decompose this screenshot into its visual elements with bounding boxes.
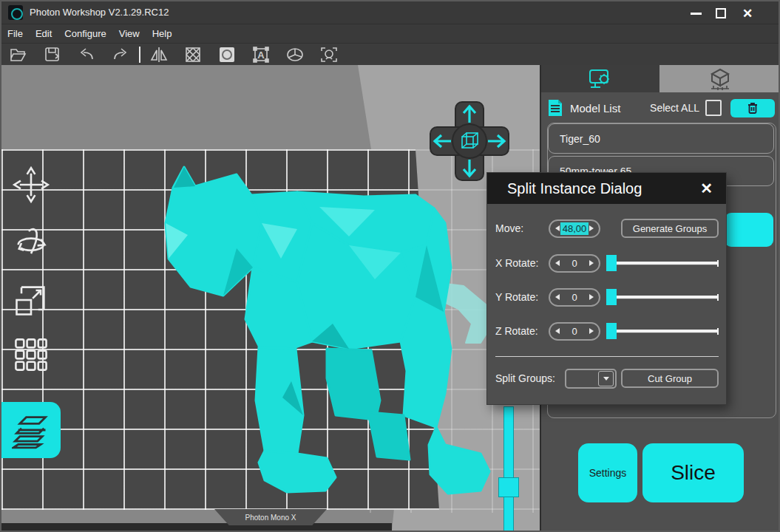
layer-slider-track[interactable]: [503, 406, 514, 531]
x-rotate-row: X Rotate: 0: [487, 253, 726, 273]
menu-view[interactable]: View: [119, 28, 140, 39]
text-icon[interactable]: A: [244, 44, 278, 65]
toolbar: A: [1, 44, 779, 66]
mirror-icon[interactable]: [142, 44, 176, 65]
viewport-3d[interactable]: Photon Mono X: [1, 65, 540, 531]
spin-left-icon[interactable]: [555, 328, 560, 334]
dialog-close-icon[interactable]: ✕: [700, 180, 713, 197]
app-logo-icon: [8, 5, 23, 20]
panel-accent-button[interactable]: [725, 213, 773, 247]
layer-slider-handle[interactable]: [498, 477, 519, 497]
spin-left-icon[interactable]: [555, 294, 560, 300]
viewport-bottom-strip: [1, 523, 392, 531]
delete-button[interactable]: [730, 99, 775, 117]
select-all-label: Select ALL: [650, 102, 699, 114]
close-button[interactable]: ✕: [736, 7, 759, 19]
printer-name-tab: Photon Mono X: [214, 509, 327, 525]
model-list-doc-icon: [547, 98, 563, 117]
z-rotate-slider[interactable]: [606, 323, 719, 339]
z-rotate-slider-handle[interactable]: [606, 323, 617, 339]
y-rotate-slider[interactable]: [606, 289, 719, 305]
maximize-button[interactable]: [710, 7, 732, 19]
hollow-icon[interactable]: [176, 44, 210, 65]
model-item-label: Tiger_60: [560, 133, 600, 145]
rotate-tool-button[interactable]: [10, 222, 52, 263]
move-spinner[interactable]: 48,00: [549, 219, 600, 238]
menu-help[interactable]: Help: [152, 28, 172, 39]
dropdown-caret-button[interactable]: [598, 371, 614, 386]
app-window: Photon Workshop V2.1.29.RC12 ✕ File Edit…: [0, 0, 780, 532]
split-groups-label: Split Groups:: [495, 372, 565, 384]
svg-text:A: A: [257, 50, 265, 61]
menu-file[interactable]: File: [7, 28, 23, 39]
move-value[interactable]: 48,00: [560, 222, 589, 235]
tab-model-settings[interactable]: [541, 65, 659, 92]
model-list-item-tiger[interactable]: Tiger_60: [548, 123, 774, 154]
spin-left-icon[interactable]: [555, 225, 560, 231]
generate-groups-button[interactable]: Generate Groups: [621, 219, 719, 238]
spin-right-icon[interactable]: [589, 328, 594, 334]
minimize-button[interactable]: [685, 7, 707, 19]
dialog-separator: [495, 356, 719, 357]
y-rotate-spinner[interactable]: 0: [549, 288, 600, 307]
menu-configure[interactable]: Configure: [64, 28, 106, 39]
x-rotate-label: X Rotate:: [495, 257, 549, 269]
printer-name-label: Photon Mono X: [245, 514, 296, 522]
split-groups-row: Split Groups: Cut Group: [487, 368, 726, 389]
monitor-gear-icon: [588, 68, 613, 90]
scale-tool-button[interactable]: [10, 279, 52, 321]
tab-support[interactable]: [659, 65, 780, 92]
settings-button[interactable]: Settings: [578, 443, 637, 502]
save-icon[interactable]: [35, 44, 69, 65]
split-instance-dialog: Split Instance Dialog ✕ Move: 48,00 Gene…: [487, 173, 726, 404]
window-title: Photon Workshop V2.1.29.RC12: [30, 7, 169, 18]
punch-hole-icon[interactable]: [210, 44, 244, 65]
redo-icon[interactable]: [104, 44, 138, 65]
support-box-icon: [708, 68, 733, 90]
view-nav-cross[interactable]: [429, 100, 510, 182]
nav-cube-circle: [452, 124, 486, 158]
y-rotate-value[interactable]: 0: [572, 292, 577, 303]
spin-left-icon[interactable]: [555, 260, 560, 266]
x-rotate-value[interactable]: 0: [572, 258, 577, 269]
z-rotate-label: Z Rotate:: [495, 325, 549, 337]
chevron-down-icon: [603, 377, 609, 381]
menu-bar: File Edit Configure View Help: [1, 24, 780, 44]
y-rotate-row: Y Rotate: 0: [487, 287, 726, 307]
open-folder-icon[interactable]: [1, 44, 35, 65]
split-groups-dropdown[interactable]: [565, 369, 617, 389]
slice-button[interactable]: Slice: [642, 443, 744, 502]
toolbar-separator: [139, 47, 140, 63]
model-list-header: Model List Select ALL: [547, 98, 775, 118]
split-model-icon[interactable]: [278, 44, 312, 65]
trash-icon: [747, 102, 759, 115]
cut-group-button[interactable]: Cut Group: [621, 369, 719, 388]
z-rotate-value[interactable]: 0: [572, 326, 577, 337]
spin-right-icon[interactable]: [589, 225, 594, 231]
title-bar: Photon Workshop V2.1.29.RC12 ✕: [1, 1, 779, 24]
face-scan-icon[interactable]: [312, 44, 346, 65]
array-tool-button[interactable]: [10, 334, 52, 375]
z-rotate-row: Z Rotate: 0: [487, 321, 726, 341]
select-all-checkbox[interactable]: [705, 100, 722, 116]
move-label: Move:: [495, 222, 549, 234]
dialog-title: Split Instance Dialog: [507, 180, 642, 197]
layers-tool-button-active[interactable]: [1, 402, 61, 458]
x-rotate-slider[interactable]: [606, 255, 719, 271]
x-rotate-spinner[interactable]: 0: [549, 254, 600, 273]
dialog-header[interactable]: Split Instance Dialog ✕: [487, 173, 726, 204]
y-rotate-label: Y Rotate:: [495, 291, 549, 303]
spin-right-icon[interactable]: [589, 294, 594, 300]
spin-right-icon[interactable]: [589, 260, 594, 266]
model-list-title: Model List: [570, 102, 620, 115]
menu-edit[interactable]: Edit: [35, 28, 52, 39]
move-tool-button[interactable]: [10, 164, 52, 205]
z-rotate-spinner[interactable]: 0: [549, 322, 600, 341]
x-rotate-slider-handle[interactable]: [606, 255, 617, 271]
y-rotate-slider-handle[interactable]: [606, 289, 617, 305]
move-row: Move: 48,00 Generate Groups: [487, 218, 726, 239]
undo-icon[interactable]: [69, 44, 104, 65]
